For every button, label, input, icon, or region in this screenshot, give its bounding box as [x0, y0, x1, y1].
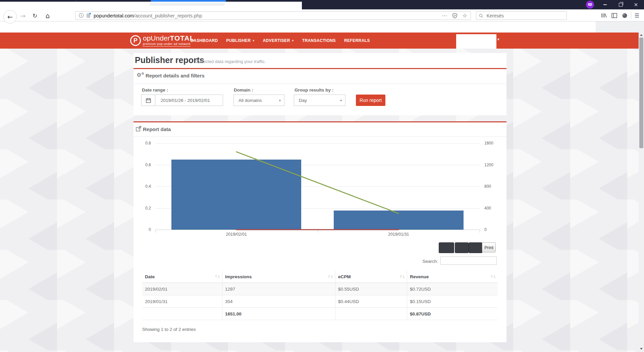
group-by-select[interactable]: Day ▾: [294, 95, 345, 106]
browser-toolbar: ← → ↻ ⌂ ⓘ popundertotal.com/account_publ…: [0, 9, 644, 21]
search-bar[interactable]: [476, 11, 567, 20]
restore-icon: [619, 3, 623, 7]
table-cell: $0.72USD: [407, 283, 498, 295]
page-heading-band: Publisher reports Collected data regardi…: [133, 53, 506, 68]
nav-item-label: REFERRALS: [344, 33, 370, 49]
logo-text-light: opUnder: [143, 34, 170, 42]
close-icon: [634, 3, 638, 6]
group-by-label: Group results by :: [294, 87, 333, 93]
nav-item-dashboard[interactable]: DASHBOARD: [191, 33, 218, 49]
chevron-down-icon: ▾: [253, 33, 255, 49]
table-row: 2019/01/31354$0.44USD$0.15USD: [142, 295, 498, 308]
chevron-down-icon: ▾: [279, 99, 281, 102]
table-footer-cell: 1651.00: [222, 308, 335, 320]
nav-item-label: ADVERTISER: [263, 33, 290, 49]
table-cell: 2019/02/01: [142, 283, 222, 295]
main-nav: DASHBOARDPUBLISHER▾ADVERTISER▾TRANSACTIO…: [191, 33, 370, 49]
tracking-shield-icon[interactable]: [452, 13, 457, 18]
run-report-button[interactable]: Run report: [356, 95, 385, 106]
scroll-down-icon[interactable]: [640, 348, 643, 350]
chevron-down-icon: ▾: [292, 33, 294, 49]
table-footer-row: 1651.00$0.87USD: [142, 308, 498, 320]
table-cell: 354: [222, 295, 335, 307]
column-header-label: Date: [145, 274, 155, 279]
column-header-revenue[interactable]: Revenue↑↓: [407, 271, 498, 283]
report-table: Date↑↓Impressions↑↓eCPM↑↓Revenue↑↓2019/0…: [142, 271, 498, 320]
minimize-button[interactable]: [600, 1, 610, 9]
forward-button[interactable]: →: [19, 12, 27, 20]
report-panel-title: Report data: [143, 126, 171, 132]
titlebar: [302, 0, 644, 9]
chart-bar-impressions[interactable]: [334, 211, 464, 230]
chart-bar-impressions[interactable]: [171, 160, 301, 230]
export-button-2[interactable]: [455, 242, 469, 253]
sort-icon: ↑↓: [399, 275, 405, 279]
nav-item-label: PUBLISHER: [226, 33, 251, 49]
table-info: Showing 1 to 2 of 2 entries: [142, 327, 196, 332]
screen: ← → ↻ ⌂ ⓘ popundertotal.com/account_publ…: [0, 0, 644, 352]
account-icon[interactable]: [621, 12, 628, 19]
back-button[interactable]: ←: [3, 10, 17, 23]
reload-button[interactable]: ↻: [31, 12, 39, 20]
date-range-input[interactable]: 2019/01/26 - 2019/02/01: [155, 95, 223, 106]
gears-icon: ⚙⚙: [137, 72, 144, 78]
export-button-1[interactable]: [439, 242, 454, 253]
nav-item-transactions[interactable]: TRANSACTIONS: [302, 33, 336, 49]
user-menu-caret-icon[interactable]: ▾: [497, 37, 499, 42]
nav-item-advertiser[interactable]: ADVERTISER▾: [263, 33, 293, 49]
page-actions-icon[interactable]: ⋯: [442, 13, 447, 19]
firefox-account-icon[interactable]: [586, 1, 594, 9]
table-search-label: Search:: [405, 259, 438, 264]
nav-item-label: DASHBOARD: [191, 33, 218, 49]
export-button-3[interactable]: [469, 242, 482, 253]
tab-divider: [75, 0, 76, 2]
close-button[interactable]: [631, 1, 641, 9]
sidebar-icon[interactable]: [610, 12, 618, 19]
bookmark-star-icon[interactable]: ☆: [463, 12, 467, 19]
table-footer-cell: [335, 308, 407, 320]
table-cell: $0.44USD: [335, 295, 407, 307]
domain-select[interactable]: All domains ▾: [233, 95, 284, 106]
column-header-date[interactable]: Date↑↓: [142, 271, 222, 283]
url-bar[interactable]: ⓘ popundertotal.com/account_publisher_re…: [75, 11, 471, 20]
home-button[interactable]: ⌂: [44, 12, 52, 20]
nav-item-publisher[interactable]: PUBLISHER▾: [226, 33, 255, 49]
tab-divider: [226, 0, 226, 2]
column-header-impressions[interactable]: Impressions↑↓: [222, 271, 335, 283]
page-top-strip-gray: [596, 21, 639, 33]
library-icon[interactable]: [600, 12, 607, 19]
table-search-input[interactable]: [440, 256, 497, 265]
site-navbar: P opUnderTOTAL premium pop-under ad netw…: [0, 33, 639, 49]
domain-label: Domain :: [234, 87, 253, 93]
print-button[interactable]: Print: [482, 242, 496, 252]
sort-icon: ↑↓: [215, 275, 220, 279]
user-menu-button[interactable]: [456, 34, 496, 49]
table-header-row: Date↑↓Impressions↑↓eCPM↑↓Revenue↑↓: [142, 271, 498, 283]
minimize-icon: [603, 4, 607, 5]
url-path: /account_publisher_reports.php: [134, 13, 202, 18]
external-link-icon: [136, 126, 141, 131]
site-info-icon[interactable]: ⓘ: [79, 13, 84, 19]
page-top-strip: [0, 21, 596, 33]
search-icon: [479, 13, 483, 18]
page-proxy-icon: [87, 13, 90, 18]
table-cell: 2019/01/31: [142, 295, 222, 307]
table-row: 2019/02/011297$0.55USD$0.72USD: [142, 283, 498, 295]
scrollbar-track[interactable]: [639, 21, 644, 352]
filters-panel-title: Report details and filters: [146, 73, 205, 78]
menu-icon[interactable]: ☰: [633, 12, 641, 19]
calendar-icon-box[interactable]: [141, 95, 155, 106]
chevron-down-icon: ▾: [340, 99, 342, 102]
column-header-ecpm[interactable]: eCPM↑↓: [335, 271, 407, 283]
logo-tagline: premium pop-under ad network: [143, 42, 191, 47]
nav-item-referrals[interactable]: REFERRALS: [344, 33, 370, 49]
scrollbar-thumb[interactable]: [639, 38, 643, 148]
scroll-up-icon[interactable]: [640, 34, 643, 36]
restore-button[interactable]: [615, 1, 626, 9]
filters-panel: ⚙⚙ Report details and filters Date range…: [133, 68, 506, 115]
page-title: Publisher reports: [135, 55, 204, 65]
search-input[interactable]: [486, 13, 564, 19]
page-subtitle: Collected data regarding your traffic.: [196, 59, 266, 64]
active-tab[interactable]: [150, 3, 225, 6]
url-domain: popundertotal.com: [94, 13, 134, 18]
